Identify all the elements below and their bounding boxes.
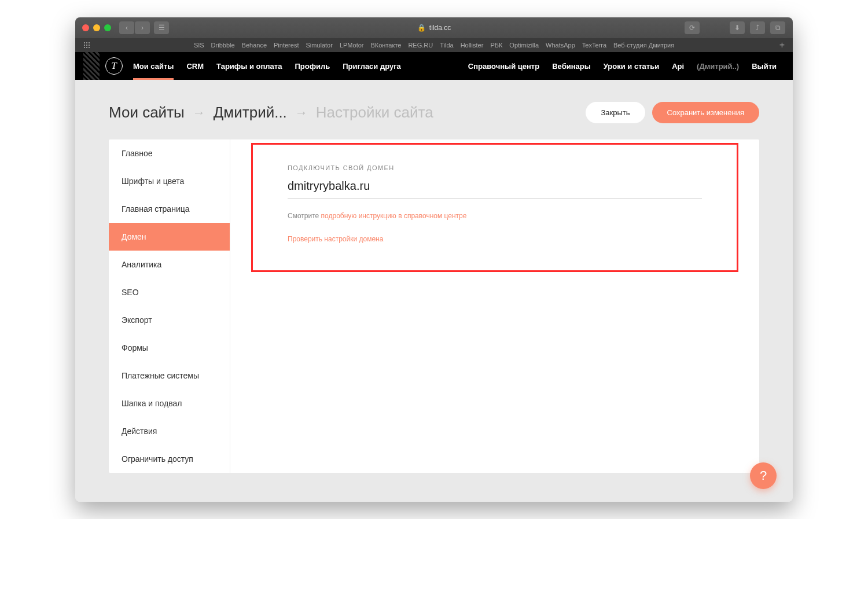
tilda-logo-icon[interactable]: T xyxy=(105,57,123,75)
back-button[interactable]: ‹ xyxy=(119,21,134,34)
settings-sidebar: ГлавноеШрифты и цветаГлавная страницаДом… xyxy=(109,139,230,473)
crumb-current: Настройки сайта xyxy=(316,104,433,122)
reload-icon[interactable]: ⟳ xyxy=(685,21,700,34)
close-button[interactable]: Закрыть xyxy=(586,102,645,123)
tabs-icon[interactable]: ⧉ xyxy=(770,21,785,34)
forward-button[interactable]: › xyxy=(135,21,150,34)
nav-item[interactable]: Api xyxy=(672,62,684,71)
apps-grid-icon[interactable] xyxy=(83,42,90,49)
sidebar-item[interactable]: SEO xyxy=(109,278,230,306)
domain-input[interactable] xyxy=(288,177,702,199)
close-window-icon[interactable] xyxy=(82,24,89,31)
instructions-link[interactable]: подробную инструкцию в справочном центре xyxy=(321,212,467,220)
hint-prefix: Смотрите xyxy=(288,212,321,220)
bookmark-item[interactable]: Pinterest xyxy=(274,42,299,49)
crumb-site[interactable]: Дмитрий... xyxy=(214,104,287,122)
chevron-right-icon: → xyxy=(295,105,308,120)
minimize-window-icon[interactable] xyxy=(93,24,100,31)
share-icon[interactable]: ⤴ xyxy=(750,21,765,34)
nav-item[interactable]: Уроки и статьи xyxy=(604,62,659,71)
nav-buttons: ‹ › ☰ xyxy=(119,21,170,34)
page-actions: Закрыть Сохранить изменения xyxy=(586,102,759,123)
save-button[interactable]: Сохранить изменения xyxy=(652,102,760,123)
sidebar-item[interactable]: Домен xyxy=(109,223,230,251)
nav-right: Справочный центрВебинарыУроки и статьиAp… xyxy=(468,62,777,71)
maximize-window-icon[interactable] xyxy=(104,24,111,31)
nav-item[interactable]: Справочный центр xyxy=(468,62,539,71)
bookmark-item[interactable]: Behance xyxy=(242,42,267,49)
bookmark-item[interactable]: ВКонтакте xyxy=(370,42,401,49)
toolbar-right: ⬇ ⤴ ⧉ xyxy=(730,21,786,34)
new-tab-button[interactable]: + xyxy=(779,40,785,50)
nav-item[interactable]: Профиль xyxy=(295,62,330,71)
bookmark-item[interactable]: Optimizilla xyxy=(509,42,539,49)
domain-hint: Смотрите подробную инструкцию в справочн… xyxy=(288,212,702,220)
nav-left: Мои сайтыCRMТарифы и оплатаПрофильПригла… xyxy=(133,62,401,71)
bookmarks-bar: SISDribbbleBehancePinterestSimulatorLPMo… xyxy=(75,38,793,52)
browser-window: ‹ › ☰ 🔒 tilda.cc ⟳ ⬇ ⤴ ⧉ SISDribbbleBeha… xyxy=(75,17,793,502)
decor-wave xyxy=(83,52,100,80)
sidebar-item[interactable]: Шрифты и цвета xyxy=(109,167,230,195)
bookmark-item[interactable]: TexTerra xyxy=(582,42,606,49)
sidebar-item[interactable]: Главное xyxy=(109,139,230,167)
bookmark-item[interactable]: WhatsApp xyxy=(546,42,575,49)
sidebar-item[interactable]: Действия xyxy=(109,417,230,445)
lock-icon: 🔒 xyxy=(417,24,426,32)
help-button[interactable]: ? xyxy=(750,462,777,489)
app-top-nav: T Мои сайтыCRMТарифы и оплатаПрофильПриг… xyxy=(75,52,793,80)
browser-toolbar: ‹ › ☰ 🔒 tilda.cc ⟳ ⬇ ⤴ ⧉ xyxy=(75,17,793,38)
nav-item[interactable]: Мои сайты xyxy=(133,62,174,71)
bookmark-item[interactable]: Simulator xyxy=(306,42,332,49)
bookmark-item[interactable]: Tilda xyxy=(440,42,453,49)
nav-item[interactable]: CRM xyxy=(186,62,204,71)
bookmark-item[interactable]: Hollister xyxy=(461,42,484,49)
settings-panel: ГлавноеШрифты и цветаГлавная страницаДом… xyxy=(109,139,759,473)
bookmark-item[interactable]: Веб-студия Дмитрия xyxy=(613,42,674,49)
sidebar-item[interactable]: Шапка и подвал xyxy=(109,389,230,417)
crumb-root[interactable]: Мои сайты xyxy=(109,104,185,122)
url-text: tilda.cc xyxy=(429,24,451,32)
nav-item[interactable]: Тарифы и оплата xyxy=(216,62,282,71)
bookmark-item[interactable]: REG.RU xyxy=(408,42,433,49)
sidebar-item[interactable]: Платежные системы xyxy=(109,362,230,389)
downloads-icon[interactable]: ⬇ xyxy=(730,21,745,34)
bookmark-item[interactable]: Dribbble xyxy=(211,42,235,49)
nav-item[interactable]: Пригласи друга xyxy=(343,62,401,71)
chevron-right-icon: → xyxy=(193,105,205,120)
bookmark-item[interactable]: SIS xyxy=(194,42,204,49)
nav-item[interactable]: Вебинары xyxy=(552,62,591,71)
user-label[interactable]: (Дмитрий..) xyxy=(697,62,739,71)
sidebar-toggle-icon[interactable]: ☰ xyxy=(154,21,169,34)
check-domain-link[interactable]: Проверить настройки домена xyxy=(288,235,383,243)
address-bar[interactable]: 🔒 tilda.cc xyxy=(417,24,451,32)
bookmark-items: SISDribbbleBehancePinterestSimulatorLPMo… xyxy=(194,42,674,49)
window-controls xyxy=(82,24,111,31)
breadcrumb: Мои сайты → Дмитрий... → Настройки сайта… xyxy=(109,102,759,123)
domain-label: ПОДКЛЮЧИТЬ СВОЙ ДОМЕН xyxy=(288,164,702,171)
sidebar-item[interactable]: Главная страница xyxy=(109,195,230,223)
bookmark-item[interactable]: РБК xyxy=(490,42,502,49)
settings-content: ПОДКЛЮЧИТЬ СВОЙ ДОМЕН Смотрите подробную… xyxy=(230,139,759,473)
sidebar-item[interactable]: Формы xyxy=(109,334,230,362)
sidebar-item[interactable]: Экспорт xyxy=(109,306,230,334)
sidebar-item[interactable]: Ограничить доступ xyxy=(109,445,230,473)
sidebar-item[interactable]: Аналитика xyxy=(109,251,230,278)
logout-link[interactable]: Выйти xyxy=(752,62,777,71)
bookmark-item[interactable]: LPMotor xyxy=(340,42,364,49)
page-body: Мои сайты → Дмитрий... → Настройки сайта… xyxy=(75,80,793,502)
domain-highlight-box: ПОДКЛЮЧИТЬ СВОЙ ДОМЕН Смотрите подробную… xyxy=(251,143,738,272)
